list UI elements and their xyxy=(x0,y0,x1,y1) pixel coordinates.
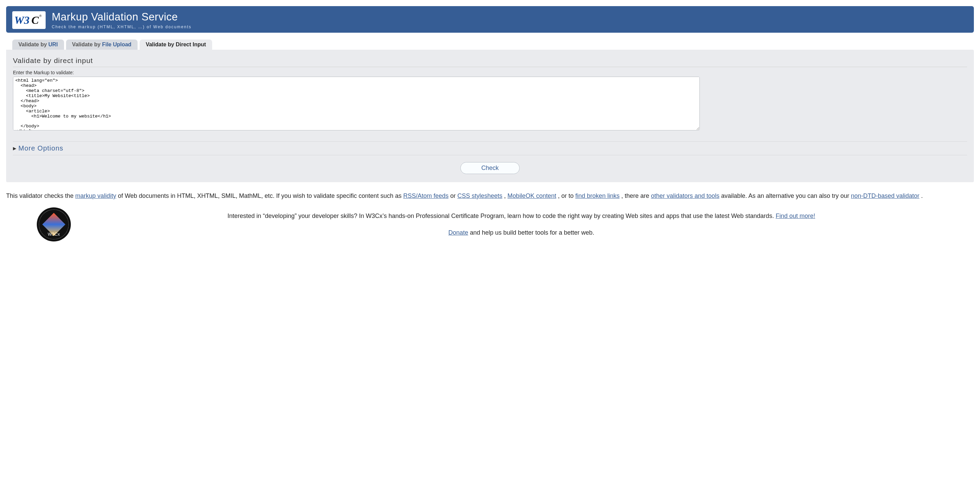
more-options-toggle[interactable]: ▶ More Options xyxy=(13,141,967,155)
check-button[interactable]: Check xyxy=(460,162,519,174)
page-title: Markup Validation Service xyxy=(52,11,192,23)
divider xyxy=(13,67,967,67)
markup-input[interactable] xyxy=(13,76,700,131)
donate-text: and help us build better tools for a bet… xyxy=(470,229,594,236)
desc-text: of Web documents in HTML, XHTML, SMIL, M… xyxy=(118,193,403,199)
description-paragraph: This validator checks the markup validit… xyxy=(6,192,974,200)
link-non-dtd-validator[interactable]: non-DTD-based validator xyxy=(851,193,920,199)
link-other-tools[interactable]: other validators and tools xyxy=(651,193,719,199)
promo-block: W3Cx Interested in “developing” your dev… xyxy=(6,207,974,242)
tab-validate-direct-input[interactable]: Validate by Direct Input xyxy=(140,40,212,50)
w3cx-badge-label: W3Cx xyxy=(37,232,71,237)
desc-text: or xyxy=(450,193,457,199)
link-markup-validity[interactable]: markup validity xyxy=(75,193,116,199)
page-subtitle: Check the markup (HTML, XHTML, …) of Web… xyxy=(52,24,192,29)
desc-text: , or to xyxy=(558,193,575,199)
desc-text: , xyxy=(504,193,508,199)
w3c-logo-icon: W3 C ® xyxy=(14,13,44,28)
tab-label-link: Direct Input xyxy=(176,41,206,47)
panel-direct-input: Validate by direct input Enter the Marku… xyxy=(6,50,974,182)
panel-heading: Validate by direct input xyxy=(13,57,967,65)
chevron-right-icon: ▶ xyxy=(13,146,16,151)
link-find-out-more[interactable]: Find out more! xyxy=(776,213,815,219)
tab-validate-uri[interactable]: Validate by URI xyxy=(12,40,64,50)
tab-label-link: File Upload xyxy=(102,41,131,47)
desc-text: This validator checks the xyxy=(6,193,75,199)
markup-label: Enter the Markup to validate: xyxy=(13,70,967,75)
svg-text:®: ® xyxy=(40,14,42,18)
svg-text:W3: W3 xyxy=(14,14,30,26)
tab-label-prefix: Validate by xyxy=(18,41,48,47)
link-css[interactable]: CSS stylesheets xyxy=(457,193,502,199)
tab-label-prefix: Validate by xyxy=(72,41,102,47)
desc-text: , there are xyxy=(621,193,651,199)
link-rss-atom[interactable]: RSS/Atom feeds xyxy=(403,193,449,199)
more-options-label: More Options xyxy=(18,145,63,152)
tab-label-link: URI xyxy=(48,41,58,47)
header-banner: W3 C ® Markup Validation Service Check t… xyxy=(6,6,974,33)
link-mobileok[interactable]: MobileOK content xyxy=(508,193,556,199)
promo-text: Interested in “developing” your develope… xyxy=(228,213,776,219)
w3c-logo[interactable]: W3 C ® xyxy=(12,11,46,29)
tabs: Validate by URI Validate by File Upload … xyxy=(6,40,974,50)
tab-validate-file[interactable]: Validate by File Upload xyxy=(66,40,138,50)
w3cx-badge[interactable]: W3Cx xyxy=(37,207,71,242)
desc-text: . xyxy=(921,193,923,199)
desc-text: available. As an alternative you can als… xyxy=(721,193,851,199)
svg-text:C: C xyxy=(31,14,39,26)
tab-label-prefix: Validate by xyxy=(146,41,176,47)
link-broken-links[interactable]: find broken links xyxy=(575,193,619,199)
link-donate[interactable]: Donate xyxy=(449,229,468,236)
